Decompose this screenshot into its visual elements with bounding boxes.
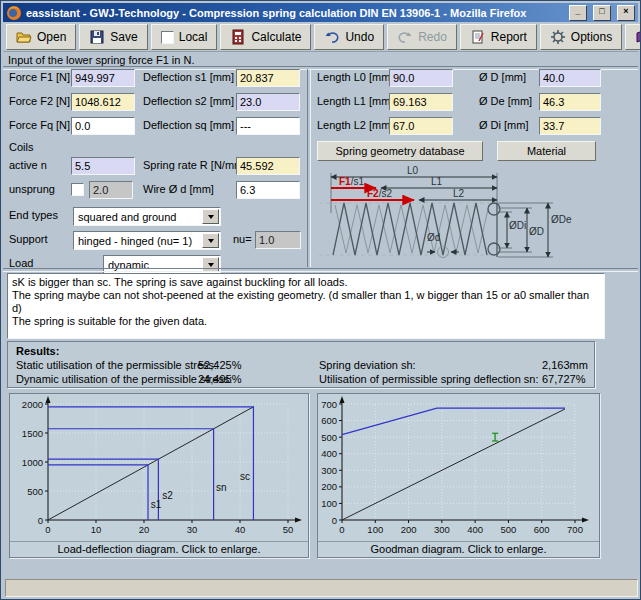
window-title: eassistant - GWJ-Technology - Compressio… (26, 7, 563, 19)
load-deflection-chart[interactable]: 010203040500500100015002000s1s2snsc (10, 394, 306, 540)
deflection-s1-input[interactable] (236, 69, 300, 87)
svg-text:500: 500 (500, 524, 516, 535)
dynamic-utilisation-value: 24,495% (198, 373, 241, 385)
message-area[interactable]: sK is bigger than sc. The spring is save… (7, 273, 605, 339)
wire-d-input[interactable] (236, 181, 300, 199)
deflection-utilisation-value: 67,727% (542, 373, 585, 385)
deflection-s2-input[interactable] (236, 93, 300, 111)
goodman-caption[interactable]: Goodman diagram. Click to enlarge. (318, 541, 599, 557)
redo-button[interactable]: Redo (387, 24, 457, 50)
goodman-chart-panel[interactable]: 0100200300400500600700010020030040050060… (317, 393, 600, 558)
local-label: Local (179, 30, 208, 44)
maximize-button[interactable]: □ (593, 5, 611, 21)
spring-rate-label: Spring rate R [N/mm] (143, 159, 246, 171)
coils-heading: Coils (9, 141, 33, 153)
open-button[interactable]: Open (6, 24, 76, 50)
deflection-s1-label: Deflection s1 [mm] (143, 71, 234, 83)
save-label: Save (110, 30, 137, 44)
force-fq-label: Force Fq [N] (9, 119, 70, 131)
spring-geometry-database-button[interactable]: Spring geometry database (317, 141, 483, 161)
length-l0-label: Length L0 [mm] (317, 71, 393, 83)
svg-text:700: 700 (321, 399, 337, 410)
open-label: Open (37, 30, 66, 44)
spring-diagram: L0 L1 F1/s1 L2 F2/s2 Ød ØDi ØD ØDe (315, 165, 615, 267)
diameter-d-input[interactable] (539, 69, 601, 87)
open-folder-icon (16, 29, 32, 45)
svg-text:s2: s2 (162, 490, 173, 501)
diameter-di-input[interactable] (539, 117, 601, 135)
unsprung-checkbox[interactable] (71, 183, 84, 196)
support-select[interactable]: hinged - hinged (nu= 1) (73, 231, 221, 250)
svg-text:500: 500 (27, 486, 43, 497)
force-f1-input[interactable] (71, 69, 135, 87)
message-line: The spring is suitable for the given dat… (12, 315, 600, 328)
static-utilisation-label: Static utilisation of the permissible st… (16, 359, 217, 371)
svg-text:100: 100 (367, 524, 383, 535)
svg-text:30: 30 (187, 524, 198, 535)
end-types-select[interactable]: squared and ground (73, 207, 221, 226)
goodman-chart[interactable]: 0100200300400500600700010020030040050060… (318, 394, 597, 540)
dim-l1-label: L1 (431, 176, 443, 187)
report-button[interactable]: Report (460, 24, 537, 50)
length-l0-input[interactable] (389, 69, 453, 87)
local-checkbox[interactable] (161, 31, 174, 44)
static-utilisation-value: 52,425% (198, 359, 241, 371)
svg-text:1000: 1000 (22, 457, 43, 468)
active-n-label: active n (9, 159, 47, 171)
dim-wire-label: Ød (427, 232, 440, 243)
diameter-de-input[interactable] (539, 93, 601, 111)
close-button[interactable]: × (617, 5, 635, 21)
undo-button[interactable]: Undo (314, 24, 384, 50)
force-f2-label: Force F2 [N] (9, 95, 70, 107)
svg-text:1500: 1500 (22, 428, 43, 439)
svg-text:300: 300 (434, 524, 450, 535)
svg-text:0: 0 (38, 515, 43, 526)
save-button[interactable]: Save (79, 24, 147, 50)
svg-text:0: 0 (332, 515, 337, 526)
svg-text:200: 200 (401, 524, 417, 535)
force-f2-input[interactable] (71, 93, 135, 111)
nu-label: nu= (233, 233, 252, 245)
support-value: hinged - hinged (nu= 1) (78, 235, 201, 247)
svg-text:10: 10 (91, 524, 102, 535)
svg-text:s1: s1 (151, 499, 162, 510)
svg-text:40: 40 (235, 524, 246, 535)
material-button[interactable]: Material (497, 141, 596, 161)
deflection-s2-label: Deflection s2 [mm] (143, 95, 234, 107)
undo-label: Undo (345, 30, 374, 44)
svg-text:100: 100 (321, 498, 337, 509)
options-button[interactable]: Options (540, 24, 622, 50)
length-l1-label: Length L1 [mm] (317, 95, 393, 107)
deflection-sq-input[interactable] (236, 117, 300, 135)
calculate-label: Calculate (251, 30, 301, 44)
firefox-icon (6, 5, 22, 21)
force-f1-label: Force F1 [N] (9, 71, 70, 83)
load-deflection-chart-panel[interactable]: 010203040500500100015002000s1s2snsc Load… (9, 393, 309, 558)
unsprung-label: unsprung (9, 183, 55, 195)
svg-text:sc: sc (240, 471, 250, 482)
nu-input (255, 231, 301, 249)
help-button[interactable]: Help (625, 24, 641, 50)
support-label: Support (9, 233, 48, 245)
message-line: sK is bigger than sc. The spring is save… (12, 276, 600, 289)
force-f2-s2-label: F2/s2 (367, 188, 392, 199)
diameter-di-label: Ø Di [mm] (479, 119, 529, 131)
undo-icon (324, 29, 340, 45)
spring-rate-input[interactable] (236, 157, 300, 175)
force-fq-input[interactable] (71, 117, 135, 135)
redo-icon (397, 29, 413, 45)
minimize-button[interactable]: _ (569, 5, 587, 21)
length-l1-input[interactable] (389, 93, 453, 111)
dim-de-label: ØDe (551, 214, 572, 225)
options-label: Options (571, 30, 612, 44)
active-n-input[interactable] (71, 157, 135, 175)
force-f1-s1-label: F1/s1 (339, 176, 364, 187)
local-toggle[interactable]: Local (151, 24, 218, 50)
load-deflection-caption[interactable]: Load-deflection diagram. Click to enlarg… (10, 541, 308, 557)
column-divider (307, 69, 311, 267)
svg-text:50: 50 (283, 524, 294, 535)
calculator-icon (230, 29, 246, 45)
svg-text:500: 500 (321, 432, 337, 443)
calculate-button[interactable]: Calculate (220, 24, 311, 50)
length-l2-input[interactable] (389, 117, 453, 135)
